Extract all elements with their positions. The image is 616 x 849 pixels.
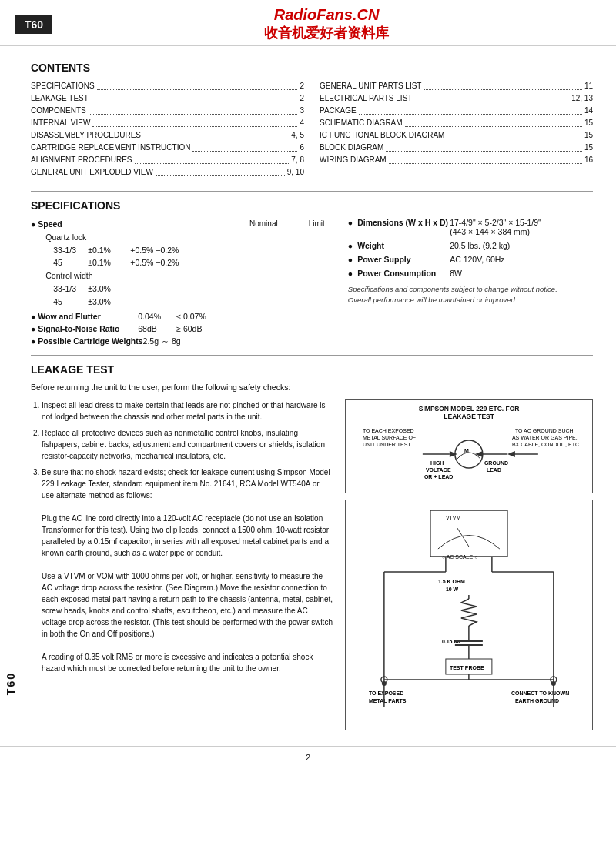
list-item: CARTRIDGE REPLACEMENT INSTRUCTION 6 [31, 142, 304, 154]
svg-text:TO AC GROUND SUCH: TO AC GROUND SUCH [515, 428, 574, 433]
list-item: IC FUNCTIONAL BLOCK DIAGRAM 15 [320, 129, 593, 142]
leakage-diagram: SIMPSON MODEL 229 ETC. FORLEAKAGE TEST T… [345, 399, 593, 730]
svg-rect-19 [430, 510, 507, 557]
wow-flutter-row: ● Wow and Flutter 0.04% ≤ 0.07% [31, 312, 325, 321]
sidebar-label: T60 [5, 672, 17, 695]
header: T60 RadioFans.CN 收音机爱好者资料库 [0, 0, 616, 46]
contents-right-col: GENERAL UNIT PARTS LIST 11 ELECTRICAL PA… [320, 80, 593, 179]
svg-text:BX CABLE, CONDUIT, ETC.: BX CABLE, CONDUIT, ETC. [512, 442, 581, 447]
svg-text:GROUND: GROUND [484, 460, 508, 466]
subtitle: 收音机爱好者资料库 [52, 24, 601, 42]
list-item: Be sure that no shock hazard exists; che… [42, 466, 333, 674]
svg-text:HIGH: HIGH [430, 460, 444, 466]
circuit-top-svg: TO EACH EXPOSED METAL SURFACE OF UNIT UN… [350, 425, 588, 486]
svg-text:EARTH GROUND: EARTH GROUND [515, 698, 559, 704]
svg-text:TO EACH EXPOSED: TO EACH EXPOSED [363, 428, 414, 433]
speed-row: ● Speed Nominal Limit Quartz lock [31, 218, 325, 309]
specifications-container: ● Speed Nominal Limit Quartz lock [31, 218, 593, 347]
list-item: GENERAL UNIT PARTS LIST 11 [320, 80, 593, 92]
list-item: DISASSEMBLY PROCEDURES 4, 5 [31, 129, 304, 142]
leakage-title: LEAKAGE TEST [31, 363, 593, 376]
contents-title: CONTENTS [31, 62, 593, 74]
list-item: Replace all protective devices such as n… [42, 427, 333, 462]
list-item: GENERAL UNIT EXPLODED VIEW 9, 10 [31, 166, 304, 179]
specifications-title: SPECIFICATIONS [31, 199, 593, 212]
svg-text:TEST PROBE: TEST PROBE [450, 665, 484, 670]
specs-right: ● Dimensions (W x H x D) 17-4/9" × 5-2/3… [333, 218, 593, 347]
list-item: SPECIFICATIONS 2 [31, 80, 304, 92]
page-number: 2 [0, 746, 616, 768]
circuit-top-label: SIMPSON MODEL 229 ETC. FORLEAKAGE TEST [350, 405, 588, 420]
svg-text:OR + LEAD: OR + LEAD [424, 474, 454, 480]
specs-note: Specifications and components subject to… [348, 284, 593, 306]
svg-text:CONNECT TO KNOWN: CONNECT TO KNOWN [511, 690, 569, 696]
content: CONTENTS SPECIFICATIONS 2 LEAKAGE TEST 2… [0, 46, 616, 738]
leakage-text: Inspect all lead dress to make certain t… [31, 399, 333, 730]
list-item: LEAKAGE TEST 2 [31, 92, 304, 105]
svg-text:TO EXPOSED: TO EXPOSED [369, 690, 403, 696]
list-item: COMPONENTS 3 [31, 105, 304, 117]
weight-row: ● Weight 20.5 lbs. (9.2 kg) [348, 241, 593, 250]
svg-text:AS WATER OR GAS PIPE,: AS WATER OR GAS PIPE, [512, 435, 578, 440]
power-consumption-row: ● Power Consumption 8W [348, 269, 593, 278]
svg-text:1.5 K OHM: 1.5 K OHM [438, 579, 465, 584]
svg-marker-4 [450, 451, 457, 457]
svg-line-20 [457, 528, 469, 547]
list-item: SCHEMATIC DIAGRAM 15 [320, 117, 593, 129]
circuit-bottom-svg: VTVM ○ AC SCALE ○ 1.5 K OHM 10 W [352, 506, 586, 722]
svg-text:LEAD: LEAD [487, 467, 501, 473]
circuit-top-diagram: SIMPSON MODEL 229 ETC. FORLEAKAGE TEST T… [345, 399, 593, 493]
svg-text:VTVM: VTVM [446, 515, 461, 520]
svg-text:METAL PARTS: METAL PARTS [369, 698, 407, 704]
model-label: T60 [15, 15, 52, 34]
list-item: ELECTRICAL PARTS LIST 12, 13 [320, 92, 593, 105]
svg-marker-18 [507, 451, 515, 457]
leakage-steps: Inspect all lead dress to make certain t… [31, 399, 333, 674]
svg-text:○ AC SCALE ○: ○ AC SCALE ○ [442, 554, 478, 560]
specs-left: ● Speed Nominal Limit Quartz lock [31, 218, 325, 347]
list-item: Inspect all lead dress to make certain t… [42, 399, 333, 423]
speed-label: Speed [38, 218, 62, 231]
site-name: RadioFans.CN [52, 6, 601, 24]
leakage-intro: Before returning the unit to the user, p… [31, 382, 593, 394]
contents-table: SPECIFICATIONS 2 LEAKAGE TEST 2 COMPONEN… [31, 80, 593, 179]
list-item: WIRING DIAGRAM 16 [320, 154, 593, 166]
leakage-section: LEAKAGE TEST Before returning the unit t… [31, 363, 593, 731]
dimensions-row: ● Dimensions (W x H x D) 17-4/9" × 5-2/3… [348, 218, 593, 236]
leakage-content: Inspect all lead dress to make certain t… [31, 399, 593, 730]
svg-text:VOLTAGE: VOLTAGE [426, 467, 451, 473]
snr-row: ● Signal-to-Noise Ratio 68dB ≥ 60dB [31, 324, 325, 333]
cartridge-row: ● Possible Cartridge Weights 2.5g ～ 8g [31, 336, 325, 347]
list-item: INTERNAL VIEW 4 [31, 117, 304, 129]
contents-left-col: SPECIFICATIONS 2 LEAKAGE TEST 2 COMPONEN… [31, 80, 304, 179]
header-title: RadioFans.CN 收音机爱好者资料库 [52, 6, 601, 42]
circuit-bottom-diagram: VTVM ○ AC SCALE ○ 1.5 K OHM 10 W [345, 500, 593, 730]
list-item: ALIGNMENT PROCEDURES 7, 8 [31, 154, 304, 166]
list-item: PACKAGE 14 [320, 105, 593, 117]
divider-2 [31, 355, 593, 356]
power-supply-row: ● Power Supply AC 120V, 60Hz [348, 255, 593, 264]
svg-marker-8 [475, 451, 483, 457]
svg-text:METAL SURFACE OF: METAL SURFACE OF [363, 435, 416, 440]
divider [31, 191, 593, 192]
page: T60 RadioFans.CN 收音机爱好者资料库 T60 CONTENTS … [0, 0, 616, 849]
svg-text:UNIT UNDER TEST: UNIT UNDER TEST [363, 442, 411, 447]
list-item: BLOCK DIAGRAM 15 [320, 142, 593, 154]
svg-text:10 W: 10 W [446, 587, 459, 592]
